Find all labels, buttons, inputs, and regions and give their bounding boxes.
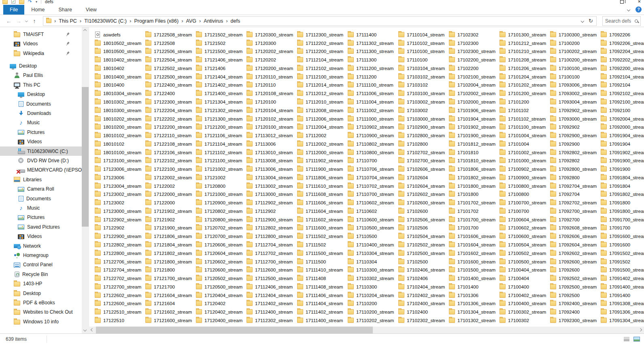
file-item[interactable]: 17103100_stream (398, 89, 449, 98)
file-item[interactable]: 17103104_stream (398, 64, 449, 72)
file-item[interactable]: 17121700 (145, 282, 196, 291)
breadcrumb-segment[interactable]: AVG (186, 18, 196, 24)
file-item[interactable]: 17092102_stream (601, 89, 644, 98)
file-item[interactable]: 17112902_stream (247, 198, 297, 207)
file-item[interactable]: 17121106_stream (196, 131, 247, 140)
file-item[interactable]: 17092700_stream (550, 207, 601, 215)
file-item[interactable]: 17121406 (196, 64, 247, 72)
file-item[interactable]: 17123002 (95, 198, 145, 207)
file-item[interactable]: 17120400_stream (196, 316, 247, 325)
file-item[interactable]: 17122110_stream (145, 131, 196, 140)
file-item[interactable]: 17120104_stream (247, 106, 297, 115)
file-item[interactable]: 17112008_stream (297, 106, 348, 115)
file-item[interactable]: 17092400_stream (550, 299, 601, 308)
file-item[interactable]: 17101204_stream (499, 72, 550, 81)
file-item[interactable]: 17091502 (601, 257, 644, 266)
file-item[interactable]: 17111410_stream (297, 265, 348, 274)
file-item[interactable]: 17100302 (499, 316, 550, 325)
file-item[interactable]: 17110200 (348, 299, 398, 308)
file-item[interactable]: 17102900_stream (398, 123, 449, 131)
file-item[interactable]: 17121500_stream (196, 47, 247, 56)
checkbox-icon[interactable]: ✓ (11, 0, 15, 4)
sidebar-item-desktop[interactable]: Desktop (0, 89, 82, 99)
file-item[interactable]: 17102200 (449, 64, 499, 72)
file-item[interactable]: 17092700 (550, 215, 601, 224)
file-item[interactable]: 17122108_stream (145, 140, 196, 148)
file-item[interactable]: 17112300_stream (297, 30, 348, 39)
file-item[interactable]: 17110300_stream (348, 265, 398, 274)
file-item[interactable]: 17120800 (196, 182, 247, 190)
file-item[interactable]: 17101800 (449, 190, 499, 199)
file-item[interactable]: 17122706_stream (95, 257, 145, 266)
file-item[interactable]: 17122800_stream (95, 249, 145, 257)
file-item[interactable]: 17101100_stream (499, 123, 550, 131)
file-item[interactable]: 18010300_stream (95, 106, 145, 115)
file-item[interactable]: 17123002_stream (95, 190, 145, 199)
file-item[interactable]: 17101400_stream (449, 274, 499, 282)
file-item[interactable]: 17122600_stream (95, 299, 145, 308)
file-item[interactable]: 17101702_stream (449, 198, 499, 207)
file-item[interactable]: 18010200_stream (95, 123, 145, 131)
file-item[interactable]: 17123004_stream (95, 182, 145, 190)
file-item[interactable]: 17102400 (398, 308, 449, 316)
file-item[interactable]: 17103102 (398, 81, 449, 89)
file-item[interactable]: 17120100 (247, 98, 297, 106)
file-item[interactable]: 18010402 (95, 64, 145, 72)
file-item[interactable]: 17120108_stream (247, 89, 297, 98)
sidebar-item-this-pc[interactable]: This PC (0, 80, 82, 89)
file-item[interactable]: 17092004_stream (601, 115, 644, 123)
file-item[interactable]: 17103002_stream (398, 98, 449, 106)
file-item[interactable]: 17122400_stream (145, 81, 196, 89)
file-item[interactable]: 17120202_stream (247, 47, 297, 56)
file-item[interactable]: 17092900 (550, 140, 601, 148)
file-item[interactable]: 17100800_stream (499, 182, 550, 190)
file-item[interactable]: 17101200 (499, 98, 550, 106)
sidebar-item-windows-10-info[interactable]: Windows 10 info (0, 317, 82, 326)
file-item[interactable]: 17100200_stream (550, 55, 601, 64)
file-item[interactable]: 17091502_stream (601, 249, 644, 257)
file-item[interactable]: 17102604_stream (398, 182, 449, 190)
file-item[interactable]: 17120110 (247, 81, 297, 89)
details-view-button[interactable] (624, 337, 629, 342)
file-item[interactable]: 17101904_stream (449, 115, 499, 123)
sidebar-item-1403-hp[interactable]: 1403-HP (0, 279, 82, 289)
file-item[interactable]: 17120402_stream (196, 308, 247, 316)
file-item[interactable]: 17121604 (145, 299, 196, 308)
file-item[interactable]: 17111100_stream (348, 81, 398, 89)
file-item[interactable]: 17093006_stream (550, 81, 601, 89)
file-item[interactable]: 17092800 (550, 173, 601, 182)
back-button[interactable]: ← (4, 18, 14, 24)
file-item[interactable]: 17112104_stream (297, 55, 348, 64)
sidebar-item-desktop[interactable]: Desktop (0, 289, 82, 298)
file-item[interactable]: 17121304_stream (196, 98, 247, 106)
sidebar-item-homegroup[interactable]: Homegroup (0, 250, 82, 260)
file-item[interactable]: 17122508_stream (145, 30, 196, 39)
file-item[interactable]: 17120802_stream (196, 207, 247, 215)
file-item[interactable]: 17122802_stream (95, 240, 145, 249)
file-item[interactable]: 17101902_stream (449, 123, 499, 131)
file-item[interactable]: 17092606_stream (550, 232, 601, 240)
file-item[interactable]: 17093000_stream (550, 115, 601, 123)
file-item[interactable]: 17110900_stream (348, 131, 398, 140)
scroll-down-icon[interactable] (83, 328, 87, 331)
file-item[interactable]: 17120202 (247, 55, 297, 64)
file-item[interactable]: 17091800 (601, 198, 644, 207)
file-item[interactable]: 17092500_stream (550, 282, 601, 291)
file-item[interactable]: 17120404_stream (196, 291, 247, 299)
file-item[interactable]: 17102500_stream (398, 249, 449, 257)
file-item[interactable]: 17100500_stream (499, 257, 550, 266)
file-item[interactable]: 17121300_stream (196, 115, 247, 123)
file-item[interactable]: 17102700_stream (398, 156, 449, 165)
file-item[interactable]: 17111902_stream (297, 156, 348, 165)
file-item[interactable]: 17121802_stream (145, 249, 196, 257)
file-item[interactable]: 17112102_stream (297, 64, 348, 72)
file-item[interactable]: 18010400_stream (95, 72, 145, 81)
file-item[interactable]: 17101500_stream (449, 265, 499, 274)
file-item[interactable]: 17091700_stream (601, 215, 644, 224)
file-item[interactable]: 17112402_stream (247, 299, 297, 308)
file-item[interactable]: 17110704_stream (348, 173, 398, 182)
file-item[interactable]: 17111200 (348, 72, 398, 81)
file-item[interactable]: 17091306_stream (601, 308, 644, 316)
file-item[interactable]: 17122900_stream (95, 232, 145, 240)
file-item[interactable]: 17113010_stream (247, 148, 297, 157)
